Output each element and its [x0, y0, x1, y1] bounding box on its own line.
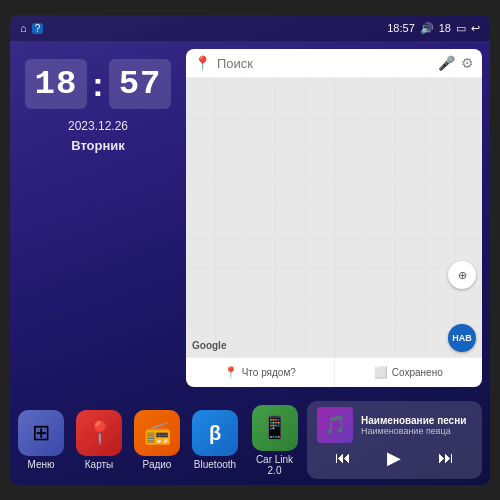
- music-top: 🎵 Наименование песни Наименование певца: [317, 407, 472, 443]
- app-radio[interactable]: 📻 Радио: [134, 410, 180, 470]
- carlink-label: Car Link 2.0: [250, 454, 299, 476]
- status-bar: ⌂ ? 18:57 🔊 18 ▭ ↩: [10, 15, 490, 41]
- clock-colon: :: [92, 65, 103, 104]
- menu-label: Меню: [27, 459, 54, 470]
- maps-icon: 📍: [76, 410, 122, 456]
- device-frame: ⌂ ? 18:57 🔊 18 ▭ ↩ 18 : 57 2023.12.26 Вт…: [10, 15, 490, 485]
- nearby-label: Что рядом?: [242, 367, 296, 378]
- app-maps[interactable]: 📍 Карты: [76, 410, 122, 470]
- artist-name: Наименование певца: [361, 426, 472, 436]
- date-info: 2023.12.26 Вторник: [68, 117, 128, 157]
- status-left: ⌂ ?: [20, 22, 43, 34]
- map-search-bar: 📍 🎤 ⚙: [186, 49, 482, 78]
- map-route-btn[interactable]: НАВ: [448, 324, 476, 352]
- volume-icon: 🔊: [420, 22, 434, 35]
- nav-question-icon[interactable]: ?: [32, 23, 44, 34]
- song-title: Наименование песни: [361, 415, 472, 426]
- bottom-section: ⊞ Меню 📍 Карты 📻 Радио β Bluetooth 📱 Car…: [10, 395, 490, 485]
- main-content: 18 : 57 2023.12.26 Вторник 📍 🎤 ⚙ Google: [10, 41, 490, 395]
- google-logo: Google: [192, 340, 226, 351]
- maps-label: Карты: [85, 459, 114, 470]
- clock-widget: 18 : 57: [25, 59, 172, 109]
- map-panel: 📍 🎤 ⚙ Google ⊕ НАВ 📍 Что рядом? ⬜: [186, 49, 482, 387]
- bluetooth-label: Bluetooth: [194, 459, 236, 470]
- left-panel: 18 : 57 2023.12.26 Вторник: [18, 49, 178, 387]
- app-carlink[interactable]: 📱 Car Link 2.0: [250, 405, 299, 476]
- map-locate-btn[interactable]: ⊕: [448, 261, 476, 289]
- menu-icon: ⊞: [18, 410, 64, 456]
- play-button[interactable]: ▶: [381, 445, 407, 471]
- map-nearby-btn[interactable]: 📍 Что рядом?: [186, 358, 335, 387]
- battery-level: 18: [439, 22, 451, 34]
- carlink-icon: 📱: [252, 405, 298, 451]
- radio-label: Радио: [143, 459, 172, 470]
- map-saved-btn[interactable]: ⬜ Сохранено: [335, 358, 483, 387]
- music-controls: ⏮ ▶ ⏭: [317, 443, 472, 473]
- app-menu[interactable]: ⊞ Меню: [18, 410, 64, 470]
- map-area[interactable]: Google ⊕ НАВ: [186, 78, 482, 357]
- map-mic-icon[interactable]: 🎤: [438, 55, 455, 71]
- map-pin-icon: 📍: [194, 55, 211, 71]
- map-search-input[interactable]: [217, 56, 432, 71]
- next-button[interactable]: ⏭: [432, 447, 460, 469]
- status-icons: 18:57 🔊 18 ▭ ↩: [387, 22, 480, 35]
- back-icon[interactable]: ↩: [471, 22, 480, 35]
- music-info: Наименование песни Наименование певца: [361, 415, 472, 436]
- date-string: 2023.12.26: [68, 117, 128, 136]
- clock-minutes: 57: [109, 59, 172, 109]
- music-player: 🎵 Наименование песни Наименование певца …: [307, 401, 482, 479]
- prev-button[interactable]: ⏮: [329, 447, 357, 469]
- app-bluetooth[interactable]: β Bluetooth: [192, 410, 238, 470]
- home-icon[interactable]: ⌂: [20, 22, 27, 34]
- map-bottom-bar: 📍 Что рядом? ⬜ Сохранено: [186, 357, 482, 387]
- time-display: 18:57: [387, 22, 415, 34]
- signal-icon: ▭: [456, 22, 466, 35]
- date-weekday: Вторник: [68, 136, 128, 157]
- nearby-icon: 📍: [224, 366, 238, 379]
- saved-label: Сохранено: [392, 367, 443, 378]
- map-settings-icon[interactable]: ⚙: [461, 55, 474, 71]
- saved-icon: ⬜: [374, 366, 388, 379]
- album-art: 🎵: [317, 407, 353, 443]
- clock-hours: 18: [25, 59, 88, 109]
- radio-icon: 📻: [134, 410, 180, 456]
- map-icons-right: 🎤 ⚙: [438, 55, 474, 71]
- bluetooth-icon: β: [192, 410, 238, 456]
- apps-row: ⊞ Меню 📍 Карты 📻 Радио β Bluetooth 📱 Car…: [18, 401, 299, 479]
